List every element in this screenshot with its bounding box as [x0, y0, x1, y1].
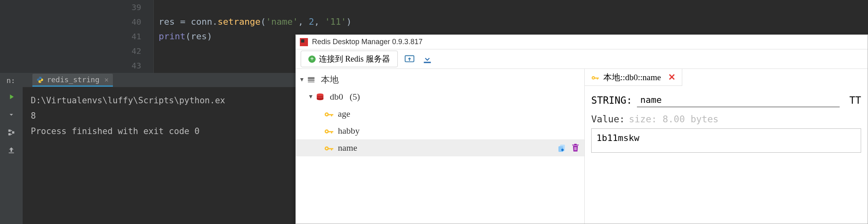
- tree-server-node[interactable]: ▼ 本地: [296, 71, 584, 88]
- line-number: 40: [0, 15, 153, 29]
- run-side-toolbar: [0, 87, 23, 224]
- code-token: ): [207, 31, 212, 41]
- detail-tab[interactable]: 本地::db0::name ✕: [585, 69, 682, 86]
- rdm-toolbar: + 连接到 Redis 服务器: [296, 49, 868, 69]
- ttl-label: TT: [849, 95, 861, 106]
- rdm-app-icon: [300, 38, 308, 46]
- export-icon[interactable]: [6, 145, 16, 155]
- key-type-label: STRING:: [591, 95, 632, 106]
- download-icon[interactable]: [421, 53, 433, 65]
- code-token: 2: [309, 17, 314, 27]
- key-icon: [591, 73, 599, 81]
- server-icon: [306, 75, 317, 84]
- code-token: conn: [191, 17, 212, 27]
- code-token: res: [191, 31, 207, 41]
- key-label: habby: [338, 126, 360, 136]
- db-label: db0: [330, 92, 343, 102]
- detail-tab-title: 本地::db0::name: [603, 72, 661, 83]
- svg-rect-3: [308, 82, 315, 83]
- key-detail-panel: 本地::db0::name ✕ STRING: TT Value: size: …: [585, 69, 868, 224]
- code-token: setrange: [218, 17, 261, 27]
- plus-icon: +: [308, 55, 316, 63]
- db-key-count: (5): [350, 92, 360, 102]
- run-tab-active[interactable]: redis_string ×: [32, 74, 113, 87]
- code-token: (: [261, 17, 266, 27]
- key-name-input[interactable]: [637, 93, 840, 107]
- code-token: =: [175, 17, 191, 27]
- line-number: 41: [0, 29, 153, 44]
- key-icon: [324, 109, 334, 119]
- connect-redis-button[interactable]: + 连接到 Redis 服务器: [301, 51, 398, 67]
- value-textbox[interactable]: 1b11mskw: [591, 128, 861, 153]
- tree-key-node[interactable]: habby: [296, 122, 584, 139]
- code-token: ): [346, 17, 352, 27]
- key-label: age: [338, 109, 350, 119]
- rdm-titlebar[interactable]: Redis Desktop Manager 0.9.3.817: [296, 35, 868, 49]
- delete-icon[interactable]: [571, 143, 580, 153]
- caret-down-icon: ▼: [308, 94, 314, 100]
- import-icon[interactable]: [403, 53, 416, 65]
- value-label: Value:: [591, 114, 625, 124]
- key-label: name: [338, 143, 357, 153]
- server-label: 本地: [321, 74, 339, 86]
- python-icon: [36, 76, 44, 83]
- code-token: '11': [325, 17, 346, 27]
- step-icon[interactable]: [6, 128, 16, 137]
- key-icon: [324, 143, 334, 153]
- svg-point-4: [317, 94, 324, 96]
- tree-key-node-selected[interactable]: name: [296, 139, 584, 156]
- rerun-icon[interactable]: [6, 92, 16, 102]
- code-token: print: [159, 31, 185, 41]
- tree-db-node[interactable]: ▼ db0 (5): [296, 88, 584, 105]
- copy-icon[interactable]: [557, 143, 567, 153]
- size-hint: size: 8.00 bytes: [629, 114, 719, 124]
- line-number: 42: [0, 44, 153, 58]
- caret-down-icon: ▼: [299, 77, 306, 83]
- svg-point-7: [561, 149, 564, 151]
- code-token: .: [212, 17, 217, 27]
- close-icon[interactable]: ×: [104, 75, 109, 84]
- code-token: res: [159, 17, 175, 27]
- run-tool-label: n:: [2, 76, 20, 85]
- svg-rect-2: [308, 79, 315, 81]
- tree-key-node[interactable]: age: [296, 105, 584, 122]
- line-number-gutter: 39 40 41 42 43: [0, 0, 154, 73]
- window-title: Redis Desktop Manager 0.9.3.817: [312, 38, 422, 46]
- line-number: 39: [0, 0, 153, 15]
- line-number: 43: [0, 58, 153, 73]
- code-token: (: [185, 31, 191, 41]
- rdm-window: Redis Desktop Manager 0.9.3.817 + 连接到 Re…: [295, 34, 868, 224]
- run-tab-label: redis_string: [47, 75, 100, 84]
- svg-rect-1: [308, 77, 315, 79]
- database-icon: [314, 92, 326, 101]
- connect-button-label: 连接到 Redis 服务器: [319, 53, 390, 64]
- value-content: 1b11mskw: [596, 133, 639, 143]
- stop-down-icon[interactable]: [6, 110, 16, 119]
- code-token: ,: [298, 17, 309, 27]
- close-icon[interactable]: ✕: [668, 72, 675, 83]
- key-icon: [324, 126, 334, 136]
- code-token: ,: [314, 17, 325, 27]
- connection-tree[interactable]: ▼ 本地 ▼ db0 (5) age habby name: [296, 69, 585, 224]
- code-token: 'name': [266, 17, 298, 27]
